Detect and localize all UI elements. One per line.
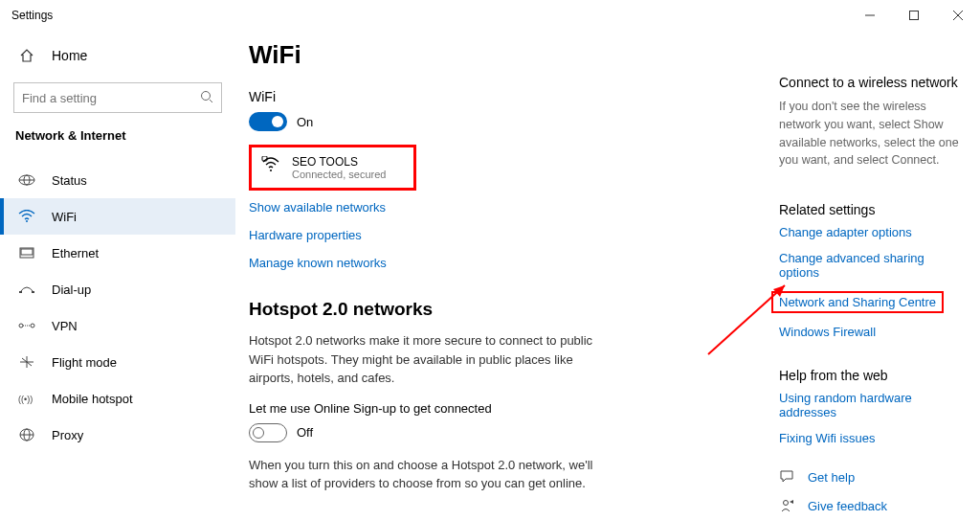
feedback-link[interactable]: Give feedback bbox=[808, 499, 887, 513]
signup-toggle[interactable] bbox=[249, 423, 287, 442]
related-head: Related settings bbox=[779, 202, 967, 217]
signup-toggle-row: Off bbox=[249, 423, 733, 442]
title-bar: Settings bbox=[0, 0, 980, 31]
svg-point-15 bbox=[31, 324, 34, 328]
status-icon bbox=[17, 173, 36, 187]
nav-label: Mobile hotspot bbox=[52, 392, 133, 406]
vpn-icon bbox=[17, 319, 36, 332]
svg-point-23 bbox=[784, 501, 789, 506]
help-links: Using random hardware addresses Fixing W… bbox=[779, 391, 967, 445]
dialup-icon bbox=[17, 283, 36, 296]
wifi-secured-icon bbox=[261, 155, 280, 174]
hotspot-title: Hotspot 2.0 networks bbox=[249, 299, 733, 320]
window-controls bbox=[848, 0, 980, 31]
nav-label: Ethernet bbox=[52, 246, 99, 260]
search-icon bbox=[200, 90, 213, 106]
nav-label: Proxy bbox=[52, 428, 83, 442]
connect-head: Connect to a wireless network bbox=[779, 75, 967, 90]
manage-known-link[interactable]: Manage known networks bbox=[249, 256, 387, 270]
hotspot-desc2: When you turn this on and choose a Hotsp… bbox=[249, 456, 612, 493]
svg-rect-11 bbox=[21, 249, 33, 255]
svg-rect-12 bbox=[19, 291, 22, 293]
ethernet-icon bbox=[17, 246, 36, 260]
content-pane: WiFi WiFi On SEO TOOLS Connected, secure… bbox=[235, 31, 980, 520]
feedback-icon bbox=[779, 497, 796, 514]
search-input[interactable] bbox=[22, 91, 185, 105]
hardware-props-link[interactable]: Hardware properties bbox=[249, 228, 362, 242]
sidebar-item-ethernet[interactable]: Ethernet bbox=[0, 235, 235, 271]
svg-point-9 bbox=[26, 220, 28, 222]
svg-text:((•)): ((•)) bbox=[18, 395, 33, 404]
nav-label: Dial-up bbox=[52, 283, 91, 297]
hotspot-desc: Hotspot 2.0 networks make it more secure… bbox=[249, 331, 612, 388]
random-mac-link[interactable]: Using random hardware addresses bbox=[779, 391, 967, 419]
home-icon bbox=[17, 46, 36, 65]
home-label: Home bbox=[52, 48, 87, 63]
wifi-toggle[interactable] bbox=[249, 112, 287, 131]
sidebar-item-proxy[interactable]: Proxy bbox=[0, 417, 235, 453]
signup-toggle-state: Off bbox=[297, 425, 313, 440]
main-column: WiFi WiFi On SEO TOOLS Connected, secure… bbox=[235, 40, 733, 520]
sidebar-item-status[interactable]: Status bbox=[0, 162, 235, 198]
network-text: SEO TOOLS Connected, secured bbox=[292, 155, 386, 180]
svg-point-21 bbox=[270, 170, 272, 171]
help-head: Help from the web bbox=[779, 368, 967, 383]
get-help-row[interactable]: Get help bbox=[779, 468, 967, 486]
hotspot-icon: ((•)) bbox=[17, 392, 36, 405]
nav-label: VPN bbox=[52, 319, 78, 333]
show-networks-link[interactable]: Show available networks bbox=[249, 200, 386, 215]
wifi-icon bbox=[17, 210, 36, 223]
feedback-row[interactable]: Give feedback bbox=[779, 497, 967, 514]
sidebar-item-flightmode[interactable]: Flight mode bbox=[0, 344, 235, 380]
svg-point-14 bbox=[19, 324, 23, 328]
fixing-wifi-link[interactable]: Fixing Wifi issues bbox=[779, 431, 875, 445]
sidebar-item-dialup[interactable]: Dial-up bbox=[0, 271, 235, 307]
svg-rect-1 bbox=[910, 11, 919, 20]
get-help-link[interactable]: Get help bbox=[808, 470, 855, 485]
related-links: Change adapter options Change advanced s… bbox=[779, 225, 967, 339]
nav-label: Flight mode bbox=[52, 355, 117, 370]
home-nav[interactable]: Home bbox=[0, 38, 235, 73]
category-label: Network & Internet bbox=[0, 123, 235, 154]
network-sharing-centre-link[interactable]: Network and Sharing Centre bbox=[771, 291, 944, 313]
connect-desc: If you don't see the wireless network yo… bbox=[779, 98, 961, 170]
adapter-options-link[interactable]: Change adapter options bbox=[779, 225, 912, 239]
sidebar-item-wifi[interactable]: WiFi bbox=[0, 198, 235, 235]
nav-label: WiFi bbox=[52, 210, 77, 224]
network-status: Connected, secured bbox=[292, 169, 386, 180]
wifi-toggle-row: On bbox=[249, 112, 733, 131]
minimize-button[interactable] bbox=[848, 0, 892, 31]
connected-network-card[interactable]: SEO TOOLS Connected, secured bbox=[249, 145, 416, 191]
close-button[interactable] bbox=[936, 0, 980, 31]
windows-firewall-link[interactable]: Windows Firewall bbox=[779, 325, 876, 339]
proxy-icon bbox=[17, 428, 36, 441]
advanced-sharing-link[interactable]: Change advanced sharing options bbox=[779, 251, 967, 280]
page-title: WiFi bbox=[249, 40, 733, 70]
maximize-button[interactable] bbox=[892, 0, 936, 31]
airplane-icon bbox=[17, 355, 36, 369]
aside-column: Connect to a wireless network If you don… bbox=[733, 40, 980, 520]
svg-point-4 bbox=[202, 91, 211, 100]
wifi-links: Show available networks Hardware propert… bbox=[249, 200, 733, 270]
sidebar: Home Network & Internet Status WiFi Ethe… bbox=[0, 31, 235, 520]
nav-list: Status WiFi Ethernet Dial-up VPN Flight … bbox=[0, 162, 235, 453]
get-help-icon bbox=[779, 468, 796, 486]
wifi-label: WiFi bbox=[249, 89, 733, 104]
sidebar-item-vpn[interactable]: VPN bbox=[0, 307, 235, 344]
signup-label: Let me use Online Sign-up to get connect… bbox=[249, 401, 733, 416]
svg-line-5 bbox=[210, 100, 212, 102]
wifi-toggle-state: On bbox=[297, 115, 313, 129]
window-title: Settings bbox=[11, 9, 53, 22]
svg-rect-13 bbox=[32, 291, 34, 293]
network-name: SEO TOOLS bbox=[292, 155, 386, 169]
nav-label: Status bbox=[52, 173, 87, 188]
sidebar-item-mobilehotspot[interactable]: ((•)) Mobile hotspot bbox=[0, 380, 235, 417]
search-box[interactable] bbox=[13, 82, 222, 113]
main-layout: Home Network & Internet Status WiFi Ethe… bbox=[0, 31, 980, 520]
